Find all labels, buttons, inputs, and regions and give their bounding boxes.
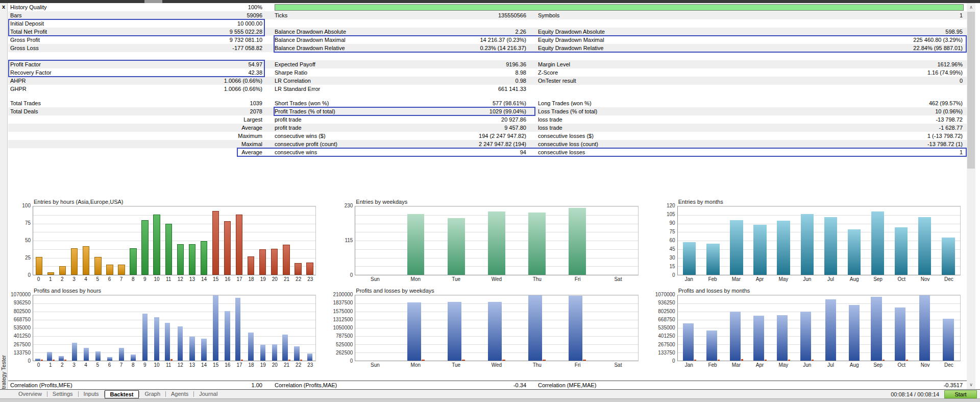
y-tick-label: 105: [667, 211, 675, 217]
bar: [271, 249, 278, 275]
stat-row[interactable]: Gross Loss-177 058.82Balance Drawdown Re…: [8, 44, 967, 52]
x-tick-label: Apr: [748, 276, 772, 282]
stat-row[interactable]: Profit Factor54.97Expected Payoff9196.36…: [8, 60, 967, 68]
bar: [683, 242, 696, 275]
x-tick-label: Mon: [396, 276, 436, 282]
bar: [248, 256, 254, 275]
bar: [106, 265, 113, 275]
tab-inputs[interactable]: Inputs: [79, 390, 104, 398]
stat-row[interactable]: Maximalconsecutive profit (count)2 247 9…: [8, 140, 967, 148]
bar-slot: [396, 295, 436, 361]
stat-row[interactable]: Correlation (Profits,MFE)1.00Correlation…: [8, 381, 967, 389]
y-tick-label: 0: [28, 272, 31, 278]
bar-slot: [68, 295, 80, 361]
stat-row[interactable]: GHPR1.0066 (0.66%)LR Standard Error661 1…: [8, 85, 967, 93]
stat-value: 22.84% (95 887.01): [913, 44, 963, 52]
bar: [236, 215, 242, 275]
close-icon[interactable]: x: [0, 4, 7, 11]
x-tick-label: 15: [210, 362, 222, 368]
bar: [201, 339, 206, 361]
stats-table: History Quality100%Bars59096Ticks1355505…: [8, 3, 967, 156]
bar: [849, 305, 860, 361]
chart-pl-hours: Profits and losses by hours0133750267500…: [8, 287, 322, 368]
tab-overview[interactable]: Overview: [13, 390, 47, 398]
stat-value: 54.97: [248, 60, 262, 68]
chart-title: Entries by weekdays: [356, 198, 644, 206]
stat-value: Maximum: [238, 132, 262, 140]
stat-row[interactable]: AHPR1.0066 (0.66%)LR Correlation0.98OnTe…: [8, 77, 967, 85]
bar-slot: [292, 206, 304, 275]
bar-slot: [937, 295, 960, 361]
x-tick-label: Sat: [598, 362, 638, 368]
x-tick-label: 8: [127, 362, 139, 368]
bar-slot: [866, 206, 890, 275]
stat-label: Z-Score: [538, 68, 558, 77]
bar: [895, 227, 908, 275]
x-tick-label: Dec: [937, 276, 961, 282]
scroll-up-icon[interactable]: ∧: [967, 3, 975, 12]
stat-value: 462 (99.57%): [929, 99, 963, 107]
scroll-down-icon[interactable]: ∨: [967, 381, 975, 389]
bar-slot: [115, 206, 127, 275]
stat-row[interactable]: Bars59096Ticks135550566Symbols1: [8, 11, 967, 19]
loss-bar: [462, 360, 465, 361]
bar-slot: [557, 295, 598, 361]
y-axis-labels: 0153045607590105120: [653, 206, 677, 275]
bar: [84, 348, 89, 361]
stat-label: consecutive loss (count): [538, 140, 598, 148]
tab-settings[interactable]: Settings: [47, 390, 78, 398]
y-tick-label: 401250: [658, 333, 675, 339]
stat-value: Largest: [243, 115, 262, 124]
tab-agents[interactable]: Agents: [166, 390, 193, 398]
scrollbar-thumb[interactable]: [967, 12, 975, 169]
x-tick-label: 0: [33, 362, 44, 368]
bar-slot: [57, 295, 68, 361]
stat-row[interactable]: Recovery Factor42.38Sharpe Ratio8.98Z-Sc…: [8, 68, 967, 77]
bar-slot: [772, 206, 795, 275]
bar: [165, 224, 172, 275]
x-tick-label: Nov: [913, 362, 937, 368]
bar: [825, 299, 836, 361]
tab-backtest[interactable]: Backtest: [105, 390, 139, 398]
start-button[interactable]: Start: [944, 390, 977, 398]
stat-label: loss trade: [538, 115, 562, 124]
y-tick-label: 115: [345, 238, 353, 243]
x-tick-label: 16: [222, 362, 233, 368]
y-tick-label: 936250: [658, 300, 675, 305]
stat-value: 42.38: [248, 68, 262, 77]
stat-row[interactable]: Total Deals2078Profit Trades (% of total…: [8, 107, 967, 115]
x-tick-label: Jun: [795, 362, 819, 368]
x-tick-label: Oct: [890, 276, 913, 282]
stat-label: Ticks: [275, 11, 287, 19]
tab-journal[interactable]: Journal: [194, 390, 223, 398]
loss-bar: [41, 360, 43, 361]
x-tick-label: 3: [68, 362, 80, 368]
stat-row[interactable]: Averageprofit trade9 457.80loss trade-1 …: [8, 124, 967, 132]
loss-bar: [906, 360, 908, 361]
stat-row[interactable]: Averageconsecutive wins94consecutive los…: [8, 148, 967, 156]
stat-row[interactable]: Total Trades1039Short Trades (won %)577 …: [8, 99, 967, 107]
vertical-scrollbar[interactable]: ∧ ∨: [967, 3, 975, 389]
stat-label: Total Trades: [10, 99, 41, 107]
stat-row[interactable]: Initial Deposit10 000.00: [8, 19, 967, 28]
bar: [154, 317, 159, 361]
x-axis-labels: SunMonTueWedThuFriSat: [355, 362, 638, 368]
stat-value: 194 (2 247 947.82): [479, 132, 526, 140]
correlation-row[interactable]: Correlation (Profits,MFE)1.00Correlation…: [8, 381, 967, 389]
stat-row[interactable]: Total Net Profit9 555 022.28Balance Draw…: [8, 28, 967, 36]
stat-label: Gross Loss: [10, 44, 39, 52]
bar-slot: [280, 206, 292, 275]
stat-value: 100%: [248, 3, 262, 11]
bar: [212, 211, 219, 275]
bar-slot: [725, 295, 748, 361]
bar: [153, 215, 160, 275]
y-tick-label: 525000: [336, 342, 353, 347]
stat-row[interactable]: History Quality100%: [8, 3, 967, 11]
x-tick-label: 21: [281, 362, 292, 368]
stat-row[interactable]: Largestprofit trade20 927.86loss trade-1…: [8, 115, 967, 124]
tab-graph[interactable]: Graph: [139, 390, 165, 398]
stat-row[interactable]: Maximumconsecutive wins ($)194 (2 247 94…: [8, 132, 967, 140]
bar-slot: [80, 295, 92, 361]
stat-label: Balance Drawdown Absolute: [275, 28, 346, 36]
stat-row[interactable]: Gross Profit9 732 081.10Balance Drawdown…: [8, 36, 967, 44]
